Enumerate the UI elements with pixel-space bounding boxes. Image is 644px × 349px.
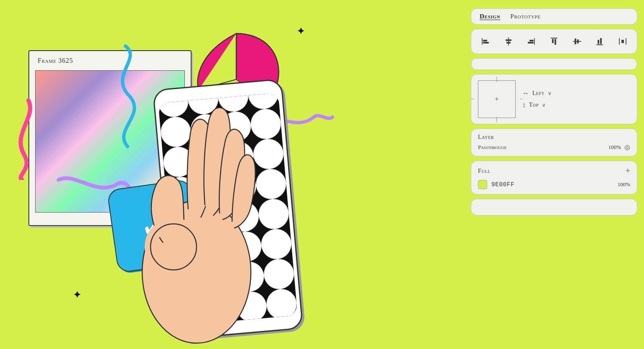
position-h-row: ↔ Left ∨ [522, 90, 552, 97]
svg-rect-25 [598, 40, 599, 44]
frame-label: Frame 3625 [38, 57, 73, 64]
align-center-v-icon[interactable] [571, 35, 583, 48]
svg-rect-10 [483, 40, 487, 41]
box-dash-left: − [471, 96, 474, 103]
opacity-value[interactable]: 100% [608, 144, 621, 151]
position-v-chevron[interactable]: ∨ [542, 102, 546, 108]
svg-rect-16 [529, 40, 534, 41]
align-top-icon[interactable] [548, 35, 560, 48]
position-v-value[interactable]: Top [529, 102, 539, 108]
right-panel: Design Prototype [464, 0, 644, 349]
tab-prototype[interactable]: Prototype [511, 13, 541, 20]
layer-title: Layer [478, 134, 630, 141]
position-h-value[interactable]: Left [532, 90, 544, 97]
position-v-row: ↕ Top ∨ [522, 101, 552, 109]
svg-rect-17 [528, 42, 534, 44]
spacer-card [471, 58, 637, 70]
box-center-plus: + [495, 95, 499, 104]
fill-row: 9E00FF 100% [478, 180, 630, 189]
svg-rect-22 [575, 38, 576, 44]
align-right-icon[interactable] [525, 35, 537, 48]
layer-row: Passthrough 100% ◎ [478, 143, 630, 151]
layer-opacity-group: 100% ◎ [608, 143, 630, 151]
hand-illustration [71, 42, 280, 349]
tab-design[interactable]: Design [480, 13, 501, 20]
blend-mode-label[interactable]: Passthrough [478, 144, 506, 151]
h-arrow-icon: ↔ [522, 90, 529, 97]
tab-bar: Design Prototype [471, 8, 637, 25]
pink-ribbon-decoration [8, 96, 41, 180]
svg-rect-29 [621, 40, 624, 43]
extra-bottom-card [471, 199, 637, 216]
distribute-h-icon[interactable] [616, 35, 629, 48]
position-card: − + − ↔ Left ∨ ↕ Top ∨ [471, 74, 637, 124]
canvas-area: Frame 3625 [0, 0, 427, 349]
fill-hex-code[interactable]: 9E00FF [491, 181, 514, 188]
align-center-h-icon[interactable] [502, 35, 515, 48]
alignment-card [471, 29, 637, 54]
sparkle-icon-1: ✦ [297, 26, 304, 37]
box-dash-right: − [520, 96, 523, 103]
svg-rect-20 [555, 39, 556, 45]
add-fill-button[interactable]: + [626, 166, 630, 176]
fill-color-swatch[interactable] [478, 180, 487, 189]
svg-rect-14 [506, 42, 511, 44]
svg-rect-11 [483, 42, 489, 44]
v-arrow-icon: ↕ [522, 101, 526, 109]
fill-title: Full [478, 168, 491, 174]
svg-rect-13 [506, 39, 511, 41]
fill-card: Full + 9E00FF 100% [471, 161, 637, 195]
position-labels: ↔ Left ∨ ↕ Top ∨ [522, 90, 552, 109]
svg-rect-23 [577, 39, 579, 44]
svg-rect-19 [552, 39, 554, 43]
fill-opacity-value[interactable]: 100% [618, 181, 630, 188]
layer-card: Layer Passthrough 100% ◎ [471, 128, 637, 157]
sparkle-icon-2: ✦ [73, 290, 81, 300]
fill-header: Full + [478, 166, 630, 176]
align-bottom-icon[interactable] [593, 35, 606, 48]
constraint-box: − + − [478, 80, 516, 118]
visibility-toggle-icon[interactable]: ◎ [624, 143, 630, 151]
align-left-icon[interactable] [479, 35, 492, 48]
position-h-chevron[interactable]: ∨ [548, 90, 552, 97]
svg-rect-26 [600, 38, 602, 44]
